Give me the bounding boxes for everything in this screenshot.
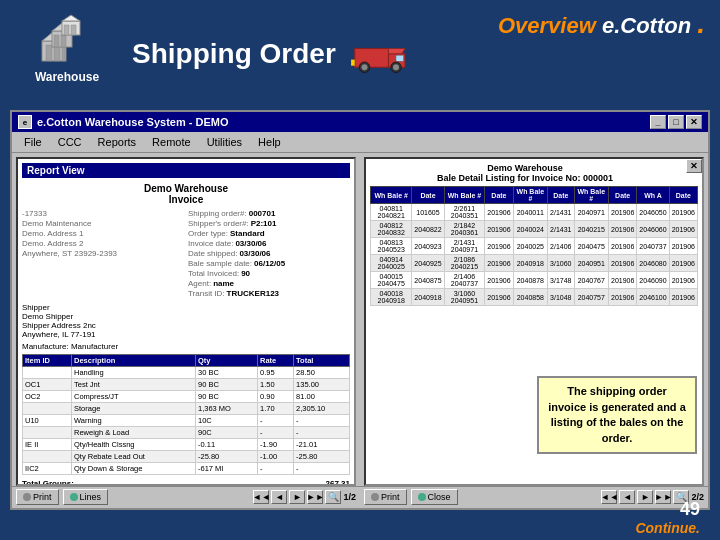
left-panel-toolbar: Print Lines ◄◄ ◄ ► ►► 🔍 1/2 bbox=[12, 486, 360, 507]
maximize-button[interactable]: □ bbox=[668, 115, 684, 129]
close-button-right[interactable]: ✕ bbox=[686, 159, 702, 173]
main-window: e e.Cotton Warehouse System - DEMO _ □ ✕… bbox=[10, 110, 710, 510]
svg-point-20 bbox=[393, 64, 399, 70]
nav-search-left[interactable]: 🔍 bbox=[325, 490, 341, 504]
invoice-totals: Total Groups: -267.31 Total Invoice Amou… bbox=[22, 479, 350, 486]
table-row: 040015 20404752040875 2/1406 20407372019… bbox=[371, 272, 698, 289]
table-row: OC1Test Jnt90 BC1.50135.00 bbox=[23, 379, 350, 391]
page-number-footer: 49 bbox=[680, 499, 700, 520]
svg-rect-7 bbox=[61, 35, 66, 47]
right-panel-wrapper: ✕ Demo Warehouse Bale Detail Listing for… bbox=[360, 153, 708, 507]
svg-rect-16 bbox=[396, 55, 404, 61]
table-row: Storage1,363 MO1.702,305.10 bbox=[23, 403, 350, 415]
table-row: IE IIQty/Health Clssng-0.11-1.90-21.01 bbox=[23, 439, 350, 451]
svg-point-18 bbox=[361, 64, 367, 70]
table-row: U10Warning10C-- bbox=[23, 415, 350, 427]
menu-ccc[interactable]: CCC bbox=[50, 134, 90, 150]
warehouse-logo: Warehouse bbox=[12, 13, 122, 84]
window-icon: e bbox=[18, 115, 32, 129]
left-panel-wrapper: Report View Demo Warehouse Invoice -1733… bbox=[12, 153, 360, 507]
report-view-bar: Report View bbox=[22, 163, 350, 178]
window-titlebar: e e.Cotton Warehouse System - DEMO _ □ ✕ bbox=[12, 112, 708, 132]
bale-table-wrapper: Wh Bale # Date Wh Bale # Date Wh Bale # … bbox=[370, 186, 698, 306]
nav-controls-left: ◄◄ ◄ ► ►► 🔍 1/2 bbox=[253, 490, 356, 504]
nav-last-left[interactable]: ►► bbox=[307, 490, 323, 504]
table-row: 040813 20405232040923 2/1431 20409712019… bbox=[371, 238, 698, 255]
warehouse-label: Warehouse bbox=[35, 70, 99, 84]
svg-rect-21 bbox=[351, 60, 355, 66]
table-row: 040018 20409182040918 3/1060 20409512019… bbox=[371, 289, 698, 306]
menubar: File CCC Reports Remote Utilities Help bbox=[12, 132, 708, 153]
table-row: 040811 2040821101605 2/2611 204035120190… bbox=[371, 204, 698, 221]
nav-first-right[interactable]: ◄◄ bbox=[601, 490, 617, 504]
minimize-button[interactable]: _ bbox=[650, 115, 666, 129]
invoice-title2: Invoice bbox=[22, 194, 350, 205]
nav-next-left[interactable]: ► bbox=[289, 490, 305, 504]
truck-icon bbox=[351, 36, 411, 76]
window-title: e.Cotton Warehouse System - DEMO bbox=[37, 116, 229, 128]
svg-rect-1 bbox=[46, 45, 52, 61]
svg-rect-10 bbox=[64, 25, 69, 35]
page-number-left: 1/2 bbox=[343, 492, 356, 502]
table-row: OC2Compress/JT90 BC0.9081.00 bbox=[23, 391, 350, 403]
invoice-info: -17333 Demo Maintenance Demo. Address 1 … bbox=[22, 209, 350, 299]
bale-table: Wh Bale # Date Wh Bale # Date Wh Bale # … bbox=[370, 186, 698, 306]
menu-utilities[interactable]: Utilities bbox=[199, 134, 250, 150]
total-groups-value: -267.31 bbox=[323, 479, 350, 486]
shipper-name: Demo Shipper bbox=[22, 312, 73, 321]
callout-box: The shipping order invoice is generated … bbox=[537, 376, 697, 454]
table-row: 040812 20408322040822 2/1842 20403612019… bbox=[371, 221, 698, 238]
invoice-table: Item ID Description Qty Rate Total Handl… bbox=[22, 354, 350, 475]
close-icon bbox=[418, 493, 426, 501]
table-row: Reweigh & Load90C-- bbox=[23, 427, 350, 439]
svg-rect-6 bbox=[54, 35, 59, 47]
menu-reports[interactable]: Reports bbox=[90, 134, 145, 150]
menu-file[interactable]: File bbox=[16, 134, 50, 150]
manufacture: Manufacturer bbox=[71, 342, 118, 351]
svg-rect-11 bbox=[71, 25, 76, 35]
shipper-addr1: Shipper Address 2nc bbox=[22, 321, 96, 330]
nav-first-left[interactable]: ◄◄ bbox=[253, 490, 269, 504]
bale-panel: ✕ Demo Warehouse Bale Detail Listing for… bbox=[364, 157, 704, 486]
print-button-left[interactable]: Print bbox=[16, 489, 59, 505]
svg-marker-12 bbox=[62, 15, 80, 21]
table-row: 040914 20400252040925 2/1086 20402152019… bbox=[371, 255, 698, 272]
menu-help[interactable]: Help bbox=[250, 134, 289, 150]
bale-header1: Demo Warehouse bbox=[370, 163, 680, 173]
nav-prev-right[interactable]: ◄ bbox=[619, 490, 635, 504]
invoice-no: 000701 bbox=[249, 209, 276, 218]
total-groups-label: Total Groups: bbox=[22, 479, 74, 486]
bale-header: Demo Warehouse Bale Detail Listing for I… bbox=[370, 163, 698, 183]
table-row: IIC2Qty Down & Storage-617 MI-- bbox=[23, 463, 350, 475]
svg-marker-15 bbox=[388, 49, 405, 54]
page-title: Shipping Order bbox=[132, 38, 336, 70]
lines-button[interactable]: Lines bbox=[63, 489, 109, 505]
content-wrapper: Report View Demo Warehouse Invoice -1733… bbox=[12, 153, 708, 507]
invoice-title1: Demo Warehouse bbox=[22, 183, 350, 194]
print-icon bbox=[23, 493, 31, 501]
invoice-header: Demo Warehouse Invoice bbox=[22, 183, 350, 205]
header: Warehouse Shipping Order Overview e.Cott… bbox=[0, 0, 720, 115]
shipper-label: Shipper bbox=[22, 303, 50, 312]
warehouse-icon bbox=[40, 13, 95, 68]
close-button-toolbar[interactable]: Close bbox=[411, 489, 458, 505]
invoice-panel: Report View Demo Warehouse Invoice -1733… bbox=[16, 157, 356, 486]
print-button-right[interactable]: Print bbox=[364, 489, 407, 505]
nav-prev-left[interactable]: ◄ bbox=[271, 490, 287, 504]
menu-remote[interactable]: Remote bbox=[144, 134, 199, 150]
invoice-table-body: Handling30 BC0.9528.50 OC1Test Jnt90 BC1… bbox=[23, 367, 350, 475]
footer: 49 Continue. bbox=[635, 499, 700, 536]
print-icon-right bbox=[371, 493, 379, 501]
close-button[interactable]: ✕ bbox=[686, 115, 702, 129]
shipper-info: Shipper Demo Shipper Shipper Address 2nc… bbox=[22, 303, 350, 339]
continue-text: Continue. bbox=[635, 520, 700, 536]
lines-icon bbox=[70, 493, 78, 501]
shipper-addr2: Anywhere, IL 77-191 bbox=[22, 330, 96, 339]
table-row: Handling30 BC0.9528.50 bbox=[23, 367, 350, 379]
table-row: Qty Rebate Lead Out-25.80-1.00-25.80 bbox=[23, 451, 350, 463]
bale-header2: Bale Detail Listing for Invoice No: 0000… bbox=[370, 173, 680, 183]
overview-ecotton: Overview e.Cotton . bbox=[498, 8, 705, 40]
